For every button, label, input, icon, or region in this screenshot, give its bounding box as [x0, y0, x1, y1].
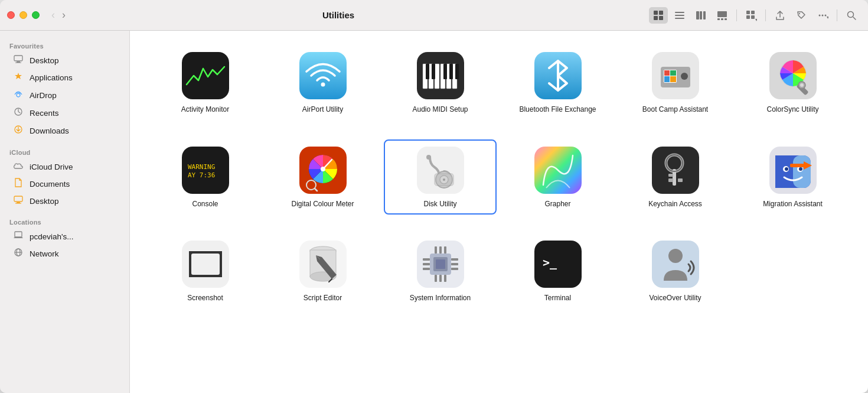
apps-grid: Activity Monitor: [149, 45, 849, 309]
app-item-disk-utility[interactable]: Disk Utility: [384, 139, 497, 215]
tag-button[interactable]: [792, 7, 811, 24]
applications-icon: [13, 72, 24, 83]
app-item-console[interactable]: WARNING AY 7:36 Console: [149, 139, 262, 215]
svg-rect-89: [668, 174, 673, 177]
app-item-boot-camp[interactable]: Boot Camp Assistant: [619, 45, 732, 121]
svg-rect-51: [443, 64, 447, 79]
svg-rect-2: [654, 16, 658, 20]
svg-rect-116: [439, 246, 442, 254]
share-icon: [774, 9, 786, 21]
app-label-activity-monitor: Activity Monitor: [181, 105, 229, 115]
minimize-button[interactable]: [19, 11, 27, 19]
app-item-airport-utility[interactable]: AirPort Utility: [266, 45, 379, 121]
app-label-voiceover: VoiceOver Utility: [649, 294, 701, 303]
svg-rect-0: [654, 11, 658, 15]
sidebar-item-recents[interactable]: Recents: [4, 104, 126, 122]
more-button[interactable]: ▾: [813, 7, 832, 24]
svg-text:▾: ▾: [755, 17, 757, 21]
svg-point-74: [321, 167, 325, 171]
svg-rect-52: [449, 64, 453, 79]
app-item-grapher[interactable]: Grapher: [501, 139, 614, 215]
app-icon-script-editor: [299, 241, 347, 288]
list-icon: [674, 9, 686, 21]
svg-point-41: [321, 83, 325, 87]
sidebar-item-desktop[interactable]: Desktop: [4, 52, 126, 69]
quick-actions-button[interactable]: ▾: [742, 7, 761, 24]
svg-rect-35: [15, 232, 22, 237]
svg-rect-53: [455, 64, 459, 79]
svg-rect-14: [746, 11, 750, 14]
divider-3: [837, 9, 837, 21]
app-item-bluetooth-file[interactable]: Bluetooth File Exchange: [501, 45, 614, 121]
sidebar-item-airdrop[interactable]: AirDrop: [4, 86, 126, 104]
app-icon-airport-utility: [299, 52, 347, 99]
gallery-icon: [716, 9, 728, 21]
app-icon-colorsync: [769, 52, 817, 99]
app-icon-activity-monitor: [182, 52, 229, 99]
sidebar-item-label: iCloud Drive: [30, 163, 73, 171]
app-icon-keychain-access: [652, 147, 699, 194]
svg-rect-94: [793, 155, 811, 188]
app-item-voiceover[interactable]: VoiceOver Utility: [619, 233, 732, 309]
svg-rect-13: [725, 18, 727, 20]
svg-point-20: [819, 14, 821, 16]
network-icon: [13, 248, 24, 259]
share-button[interactable]: [771, 7, 789, 24]
app-label-console: Console: [192, 200, 218, 209]
view-gallery-button[interactable]: [713, 7, 732, 24]
app-icon-digital-colour: [299, 147, 347, 194]
svg-point-78: [426, 155, 431, 160]
sidebar-item-label: Downloads: [30, 126, 69, 135]
view-list-button[interactable]: [670, 7, 689, 24]
finder-window: ‹ › Utilities: [0, 0, 868, 393]
svg-point-29: [17, 93, 20, 97]
app-item-audio-midi[interactable]: Audio MIDI Setup: [384, 45, 497, 121]
app-label-grapher: Grapher: [544, 200, 570, 209]
svg-point-24: [848, 11, 854, 17]
view-columns-button[interactable]: [691, 7, 710, 24]
close-button[interactable]: [7, 11, 15, 19]
svg-rect-117: [444, 246, 446, 254]
app-item-screenshot[interactable]: Screenshot: [149, 233, 262, 309]
svg-rect-82: [435, 174, 453, 186]
window-title: Utilities: [28, 10, 649, 20]
sidebar-item-downloads[interactable]: Downloads: [4, 122, 126, 139]
app-item-colorsync[interactable]: ColorSync Utility: [736, 45, 849, 121]
view-grid-button[interactable]: [649, 7, 668, 24]
sidebar-item-documents[interactable]: Documents: [4, 175, 126, 193]
svg-rect-111: [423, 268, 430, 270]
svg-rect-9: [703, 11, 706, 20]
sidebar-section-locations: Locations: [0, 214, 129, 228]
app-item-activity-monitor[interactable]: Activity Monitor: [149, 45, 262, 121]
main-area: Favourites Desktop Applications AirDrop: [0, 31, 868, 393]
sidebar-item-pcdeviah[interactable]: pcdeviah's...: [4, 228, 126, 245]
sidebar-section-icloud: iCloud: [0, 144, 129, 158]
svg-rect-1: [659, 11, 663, 15]
svg-rect-4: [675, 12, 684, 13]
app-icon-migration-assistant: [769, 147, 817, 194]
svg-rect-58: [664, 70, 670, 76]
app-item-system-information[interactable]: System Information: [384, 233, 497, 309]
svg-rect-3: [659, 16, 663, 20]
search-button[interactable]: [842, 7, 861, 24]
sidebar-item-desktop-icloud[interactable]: Desktop: [4, 193, 126, 209]
sidebar-item-label: Applications: [30, 73, 73, 82]
app-item-migration-assistant[interactable]: Migration Assistant: [736, 139, 849, 215]
sidebar-item-label: Documents: [30, 180, 70, 189]
app-item-script-editor[interactable]: Script Editor: [266, 233, 379, 309]
svg-text:>_: >_: [543, 255, 557, 269]
sidebar-item-network[interactable]: Network: [4, 245, 126, 262]
divider-2: [765, 9, 766, 21]
app-item-keychain-access[interactable]: Keychain Access: [619, 139, 732, 215]
documents-icon: [13, 178, 24, 190]
svg-rect-5: [675, 15, 684, 16]
app-icon-disk-utility: [417, 147, 464, 194]
svg-rect-114: [451, 268, 458, 270]
app-label-keychain-access: Keychain Access: [648, 200, 702, 209]
app-label-audio-midi: Audio MIDI Setup: [412, 105, 468, 115]
sidebar-item-icloud-drive[interactable]: iCloud Drive: [4, 158, 126, 175]
sidebar-item-applications[interactable]: Applications: [4, 69, 126, 86]
app-item-terminal[interactable]: >_ Terminal: [501, 233, 614, 309]
svg-rect-120: [444, 275, 446, 282]
app-item-digital-colour[interactable]: Digital Colour Meter: [266, 139, 379, 215]
